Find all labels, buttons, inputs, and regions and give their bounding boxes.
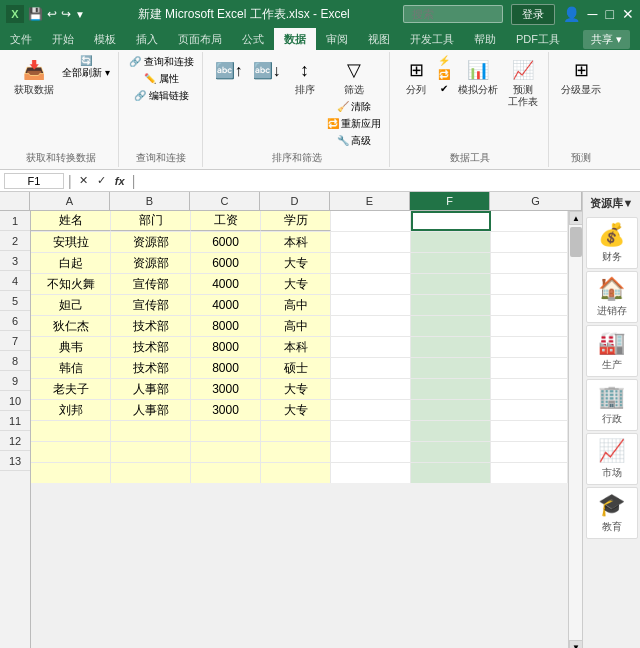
btn-get-data[interactable]: 📥 获取数据 bbox=[10, 54, 58, 98]
tab-home[interactable]: 开始 bbox=[42, 28, 84, 50]
cell-b6[interactable]: 技术部 bbox=[111, 316, 191, 336]
btn-simulate[interactable]: 📊 模拟分析 bbox=[454, 54, 502, 98]
quick-redo[interactable]: ↪ bbox=[61, 7, 71, 21]
row-header-1[interactable]: 1 bbox=[0, 211, 30, 231]
cell-c13[interactable] bbox=[191, 463, 261, 483]
tab-page-layout[interactable]: 页面布局 bbox=[168, 28, 232, 50]
cell-g7[interactable] bbox=[491, 337, 568, 357]
tab-data[interactable]: 数据 bbox=[274, 28, 316, 50]
cell-f9[interactable] bbox=[411, 379, 491, 399]
side-panel-label[interactable]: 资源库▼ bbox=[590, 196, 634, 211]
cell-d5[interactable]: 高中 bbox=[261, 295, 331, 315]
cell-b1[interactable]: 部门 bbox=[111, 211, 191, 231]
formula-input[interactable] bbox=[139, 175, 636, 187]
quick-undo[interactable]: ↩ bbox=[47, 7, 57, 21]
cell-e9[interactable] bbox=[331, 379, 411, 399]
vertical-scrollbar[interactable]: ▲ ▼ bbox=[568, 211, 582, 648]
cell-f11[interactable] bbox=[411, 421, 491, 441]
cell-b8[interactable]: 技术部 bbox=[111, 358, 191, 378]
cell-g10[interactable] bbox=[491, 400, 568, 420]
row-header-9[interactable]: 9 bbox=[0, 371, 30, 391]
btn-edit-links[interactable]: 🔗 编辑链接 bbox=[127, 88, 196, 104]
row-header-6[interactable]: 6 bbox=[0, 311, 30, 331]
tab-insert[interactable]: 插入 bbox=[126, 28, 168, 50]
cell-a6[interactable]: 狄仁杰 bbox=[31, 316, 111, 336]
cell-g3[interactable] bbox=[491, 253, 568, 273]
side-item-admin[interactable]: 🏢 行政 bbox=[586, 379, 638, 431]
cell-b13[interactable] bbox=[111, 463, 191, 483]
cell-c8[interactable]: 8000 bbox=[191, 358, 261, 378]
cell-f1[interactable] bbox=[411, 211, 491, 231]
col-header-g[interactable]: G bbox=[490, 192, 582, 210]
cell-a3[interactable]: 白起 bbox=[31, 253, 111, 273]
maximize-button[interactable]: □ bbox=[606, 6, 614, 22]
cell-d1[interactable]: 学历 bbox=[261, 211, 331, 231]
btn-reapply[interactable]: 🔁 重新应用 bbox=[325, 116, 384, 132]
cell-g6[interactable] bbox=[491, 316, 568, 336]
cell-c2[interactable]: 6000 bbox=[191, 232, 261, 252]
share-icon[interactable]: 👤 bbox=[563, 6, 580, 22]
cell-f10[interactable] bbox=[411, 400, 491, 420]
minimize-button[interactable]: ─ bbox=[588, 6, 598, 22]
cell-g5[interactable] bbox=[491, 295, 568, 315]
cell-e8[interactable] bbox=[331, 358, 411, 378]
side-item-production[interactable]: 🏭 生产 bbox=[586, 325, 638, 377]
cell-e6[interactable] bbox=[331, 316, 411, 336]
confirm-formula-button[interactable]: ✓ bbox=[94, 173, 110, 189]
cell-c11[interactable] bbox=[191, 421, 261, 441]
cell-b11[interactable] bbox=[111, 421, 191, 441]
cell-d7[interactable]: 本科 bbox=[261, 337, 331, 357]
cell-b7[interactable]: 技术部 bbox=[111, 337, 191, 357]
cell-e5[interactable] bbox=[331, 295, 411, 315]
side-item-education[interactable]: 🎓 教育 bbox=[586, 487, 638, 539]
cell-d12[interactable] bbox=[261, 442, 331, 462]
cell-f2[interactable] bbox=[411, 232, 491, 252]
cell-a8[interactable]: 韩信 bbox=[31, 358, 111, 378]
cell-d13[interactable] bbox=[261, 463, 331, 483]
cell-d11[interactable] bbox=[261, 421, 331, 441]
cell-d4[interactable]: 大专 bbox=[261, 274, 331, 294]
row-header-10[interactable]: 10 bbox=[0, 391, 30, 411]
scroll-thumb[interactable] bbox=[570, 227, 582, 257]
cell-f8[interactable] bbox=[411, 358, 491, 378]
row-header-8[interactable]: 8 bbox=[0, 351, 30, 371]
cell-b9[interactable]: 人事部 bbox=[111, 379, 191, 399]
row-header-5[interactable]: 5 bbox=[0, 291, 30, 311]
row-header-11[interactable]: 11 bbox=[0, 411, 30, 431]
row-header-3[interactable]: 3 bbox=[0, 251, 30, 271]
cell-a13[interactable] bbox=[31, 463, 111, 483]
btn-validate[interactable]: ✔ bbox=[436, 82, 452, 95]
cell-a7[interactable]: 典韦 bbox=[31, 337, 111, 357]
cell-f5[interactable] bbox=[411, 295, 491, 315]
cell-b2[interactable]: 资源部 bbox=[111, 232, 191, 252]
cell-f7[interactable] bbox=[411, 337, 491, 357]
name-box[interactable] bbox=[4, 173, 64, 189]
tab-view[interactable]: 视图 bbox=[358, 28, 400, 50]
row-header-12[interactable]: 12 bbox=[0, 431, 30, 451]
btn-forecast[interactable]: 📈 预测工作表 bbox=[504, 54, 542, 110]
cell-c7[interactable]: 8000 bbox=[191, 337, 261, 357]
cell-e13[interactable] bbox=[331, 463, 411, 483]
cell-a9[interactable]: 老夫子 bbox=[31, 379, 111, 399]
cell-a1[interactable]: 姓名 bbox=[31, 211, 111, 231]
cell-b12[interactable] bbox=[111, 442, 191, 462]
cell-g1[interactable] bbox=[491, 211, 568, 231]
cell-e12[interactable] bbox=[331, 442, 411, 462]
tab-template[interactable]: 模板 bbox=[84, 28, 126, 50]
cell-e7[interactable] bbox=[331, 337, 411, 357]
btn-query-connect[interactable]: 🔗 查询和连接 bbox=[127, 54, 196, 70]
cell-d10[interactable]: 大专 bbox=[261, 400, 331, 420]
tab-help[interactable]: 帮助 bbox=[464, 28, 506, 50]
cell-d8[interactable]: 硕士 bbox=[261, 358, 331, 378]
btn-properties[interactable]: ✏️ 属性 bbox=[127, 71, 196, 87]
col-header-c[interactable]: C bbox=[190, 192, 260, 210]
cell-c10[interactable]: 3000 bbox=[191, 400, 261, 420]
tab-developer[interactable]: 开发工具 bbox=[400, 28, 464, 50]
cell-f4[interactable] bbox=[411, 274, 491, 294]
btn-advanced[interactable]: 🔧 高级 bbox=[325, 133, 384, 149]
cell-f3[interactable] bbox=[411, 253, 491, 273]
cell-b10[interactable]: 人事部 bbox=[111, 400, 191, 420]
scroll-up-btn[interactable]: ▲ bbox=[569, 211, 582, 225]
btn-split-column[interactable]: ⊞ 分列 bbox=[398, 54, 434, 98]
close-button[interactable]: ✕ bbox=[622, 6, 634, 22]
